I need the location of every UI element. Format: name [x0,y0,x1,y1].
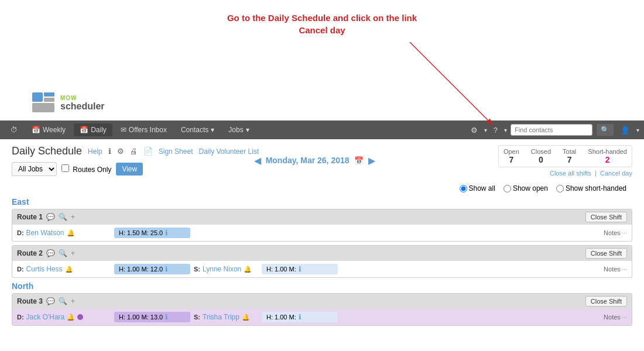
route-2-sub-name[interactable]: Lynne Nixon [203,265,241,273]
route-1-notes-dots[interactable]: ··· [622,229,627,236]
annotation-arrow [322,36,498,130]
route-1-notes-label: Notes [604,229,621,236]
radio-group: Show all Show open Show short-handed [12,184,632,192]
route-3-info-icon[interactable]: ℹ [165,313,168,321]
help-link[interactable]: Help [88,147,102,156]
show-all-radio-label[interactable]: Show all [460,184,495,192]
route-1-info-icon[interactable]: ℹ [165,229,168,237]
nav-daily[interactable]: 📅 Daily [74,123,112,136]
route-2-close-shift-btn[interactable]: Close Shift [585,248,627,259]
daily-calendar-icon: 📅 [80,126,88,134]
prev-date-arrow[interactable]: ◀ [254,155,261,166]
show-open-radio[interactable] [503,185,511,192]
settings-icon[interactable]: ⚙ [117,147,124,156]
routes-only-checkbox-label[interactable]: Routes Only [61,164,111,174]
route-2-driver-name[interactable]: Curtis Hess [26,265,63,273]
svg-rect-5 [32,103,54,112]
nav-contacts-label: Contacts [181,126,208,134]
route-2-bell-icon[interactable]: 🔔 [65,266,73,273]
routes-only-checkbox[interactable] [61,164,69,172]
help-icon[interactable]: ? [491,125,501,136]
route-3-notes-label: Notes [604,314,621,321]
nav-weekly[interactable]: 📅 Weekly [26,123,71,136]
show-open-radio-label[interactable]: Show open [503,184,548,192]
sections-container: East Route 1 💬 🔍 + Close Shift D: Ben Wa… [12,197,632,326]
show-short-handed-radio-label[interactable]: Show short-handed [556,184,626,192]
svg-rect-3 [44,92,54,97]
calendar-icon[interactable]: 📅 [354,156,364,165]
route-3-sub-bell-icon[interactable]: 🔔 [242,314,250,321]
nav-offers[interactable]: ✉ Offers Inbox [115,123,173,136]
route-1-bell-icon[interactable]: 🔔 [67,229,75,237]
search-button[interactable]: 🔍 [596,123,614,136]
logo-icon [32,92,57,113]
route-1-hours: H: 1.50 M: 25.0 [119,229,163,236]
route-3-hours-cell: H: 1.00 M: 13.0 ℹ [114,312,190,322]
route-1-close-shift-btn[interactable]: Close Shift [585,212,627,222]
route-1-driver-name[interactable]: Ben Watson [26,229,64,237]
route-3-driver-name[interactable]: Jack O'Hara [26,313,65,321]
show-short-handed-radio[interactable] [556,185,564,192]
route-2-chat-icon[interactable]: 💬 [46,249,55,257]
route-3-sub-info-icon[interactable]: ℹ [299,313,302,321]
svg-line-1 [410,42,492,124]
next-date-arrow[interactable]: ▶ [368,155,375,166]
help-chevron-icon: ▾ [504,127,507,133]
section-north: North [12,281,632,291]
show-short-handed-label: Show short-handed [566,184,626,192]
gear-icon[interactable]: ⚙ [468,125,481,136]
nav-daily-label: Daily [91,126,107,134]
current-date: Monday, Mar 26, 2018 [266,156,350,165]
route-2-row: D: Curtis Hess 🔔 H: 1.00 M: 12.0 ℹ S: Ly… [12,261,632,277]
route-2-sub-info-icon[interactable]: ℹ [299,265,302,273]
route-3-sub-name[interactable]: Trisha Tripp [203,313,239,321]
gear-chevron-icon: ▾ [484,127,487,133]
route-1-zoom-icon[interactable]: 🔍 [59,213,67,221]
route-3-close-shift-btn[interactable]: Close Shift [585,296,627,307]
logo-mow: MOW [60,95,105,101]
contacts-chevron-icon: ▾ [211,126,214,134]
nav-contacts[interactable]: Contacts ▾ [175,123,220,136]
route-1-chat-icon[interactable]: 💬 [46,213,55,221]
route-2-zoom-icon[interactable]: 🔍 [59,249,67,257]
nav-clock[interactable]: ⏱ [5,123,23,136]
route-3-add-icon[interactable]: + [71,297,75,305]
route-2-sub-driver-cell: S: Lynne Nixon 🔔 [194,265,258,273]
route-2-add-icon[interactable]: + [71,249,75,257]
route-2-sub-bell-icon[interactable]: 🔔 [244,266,252,273]
user-chevron-icon: ▾ [636,127,639,133]
route-block-2: Route 2 💬 🔍 + Close Shift D: Curtis Hess… [12,245,632,278]
route-2-notes-dots[interactable]: ··· [622,266,627,273]
route-3-chat-icon[interactable]: 💬 [46,297,55,305]
volunteer-list-link[interactable]: Daily Volunteer List [198,147,259,156]
route-1-driver-cell: D: Ben Watson 🔔 [17,229,111,237]
route-3-row: D: Jack O'Hara 🔔 H: 1.00 M: 13.0 ℹ S: Tr… [12,309,632,325]
route-3-notes-dots[interactable]: ··· [622,314,627,321]
user-icon[interactable]: 👤 [618,125,633,136]
view-button[interactable]: View [116,163,143,176]
route-2-info-icon[interactable]: ℹ [165,265,168,273]
sign-sheet-link[interactable]: Sign Sheet [159,147,193,156]
route-3-zoom-icon[interactable]: 🔍 [59,297,67,305]
routes-only-label: Routes Only [73,166,111,174]
route-1-add-icon[interactable]: + [71,213,75,221]
route-2-driver-cell: D: Curtis Hess 🔔 [17,265,111,273]
all-jobs-select[interactable]: All Jobs [12,162,57,176]
route-3-name: Route 3 [17,297,43,305]
main-content: Daily Schedule Help ℹ ⚙ 🖨 📄 Sign Sheet D… [0,139,644,335]
route-3-purple-dot [77,314,83,320]
route-1-notes-cell: Notes ··· [604,229,627,236]
annotation-text: Go to the Daily Schedule and click on th… [227,12,417,36]
route-2-header: Route 2 💬 🔍 + Close Shift [12,246,632,261]
clock-icon: ⏱ [11,126,18,134]
svg-rect-2 [32,92,43,102]
nav-jobs[interactable]: Jobs ▾ [222,123,255,136]
show-all-label: Show all [469,184,495,192]
page-title: Daily Schedule [12,145,82,157]
print-icon[interactable]: 🖨 [130,147,138,156]
show-all-radio[interactable] [460,185,467,192]
route-3-bell-icon[interactable]: 🔔 [67,314,75,321]
search-input[interactable] [511,124,592,136]
route-2-driver-label: D: [17,266,24,273]
route-3-sub-label: S: [194,314,200,321]
